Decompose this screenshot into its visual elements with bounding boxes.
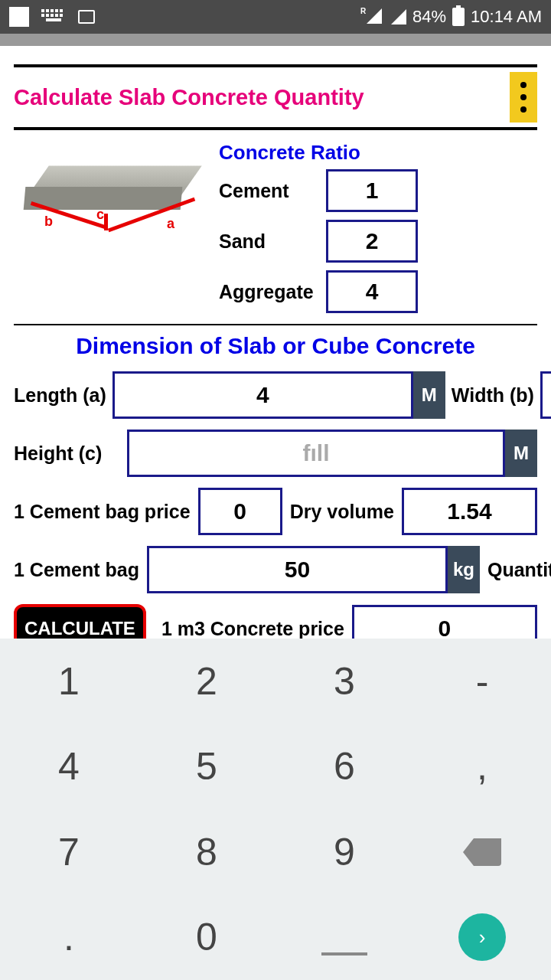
key-space[interactable] <box>276 895 413 981</box>
backspace-icon <box>463 838 501 866</box>
length-input[interactable] <box>112 371 413 419</box>
bag-price-label: 1 Cement bag price <box>14 501 191 523</box>
key-2[interactable]: 2 <box>138 639 276 724</box>
key-5[interactable]: 5 <box>138 724 276 810</box>
key-minus[interactable]: - <box>413 639 551 724</box>
battery-icon <box>452 8 465 26</box>
width-label: Width (b) <box>452 384 534 407</box>
slab-diagram: a b c <box>14 141 205 256</box>
diagram-label-a: a <box>167 216 174 232</box>
signal-icon <box>391 9 406 24</box>
height-unit[interactable]: M <box>505 430 537 477</box>
key-9[interactable]: 9 <box>276 809 413 895</box>
cement-input[interactable] <box>326 169 418 212</box>
divider <box>0 34 551 46</box>
sand-input[interactable] <box>326 220 418 263</box>
key-4[interactable]: 4 <box>0 724 138 810</box>
aggregate-label: Aggregate <box>219 281 326 303</box>
key-1[interactable]: 1 <box>0 639 138 724</box>
image-status-icon <box>78 10 95 24</box>
header-row: Calculate Slab Concrete Quantity <box>14 64 537 130</box>
clock-time: 10:14 AM <box>471 7 542 27</box>
bag-weight-unit[interactable]: kg <box>448 546 480 593</box>
key-8[interactable]: 8 <box>138 809 276 895</box>
bag-weight-label: 1 Cement bag <box>14 559 139 581</box>
dimension-heading: Dimension of Slab or Cube Concrete <box>14 333 537 359</box>
ratio-section: a b c Concrete Ratio Cement Sand Aggrega… <box>14 130 537 325</box>
page-title: Calculate Slab Concrete Quantity <box>14 85 364 110</box>
bag-price-input[interactable] <box>198 488 282 535</box>
keyboard-status-icon <box>41 9 66 24</box>
dry-volume-input[interactable] <box>402 488 537 535</box>
quantity-label: Quantity (nos) <box>487 559 551 581</box>
height-input[interactable] <box>127 430 505 477</box>
key-next[interactable]: › <box>413 895 551 981</box>
key-3[interactable]: 3 <box>276 639 413 724</box>
next-icon: › <box>458 913 506 961</box>
height-label: Height (c) <box>14 443 121 465</box>
numeric-keypad: 1 2 3 - 4 5 6 , 7 8 9 . 0 › <box>0 639 551 980</box>
length-unit[interactable]: M <box>413 371 445 419</box>
key-backspace[interactable] <box>413 809 551 895</box>
key-0[interactable]: 0 <box>138 895 276 981</box>
overflow-menu-button[interactable] <box>510 72 537 122</box>
dry-volume-label: Dry volume <box>290 501 394 523</box>
sand-label: Sand <box>219 230 326 253</box>
aggregate-input[interactable] <box>326 270 418 313</box>
bag-weight-input[interactable] <box>147 546 448 593</box>
width-input[interactable] <box>540 371 551 419</box>
cement-label: Cement <box>219 180 326 202</box>
app-content: Calculate Slab Concrete Quantity a b c C… <box>0 46 551 676</box>
m3-price-label: 1 m3 Concrete price <box>161 618 344 640</box>
app-square-icon <box>9 7 29 27</box>
ratio-heading: Concrete Ratio <box>219 141 537 165</box>
battery-percent: 84% <box>412 7 446 27</box>
signal-roaming-icon: R <box>367 8 385 25</box>
key-dot[interactable]: . <box>0 895 138 981</box>
diagram-label-b: b <box>44 214 53 230</box>
key-comma[interactable]: , <box>413 724 551 810</box>
status-bar: R 84% 10:14 AM <box>0 0 551 34</box>
diagram-label-c: c <box>96 207 104 223</box>
key-7[interactable]: 7 <box>0 809 138 895</box>
key-6[interactable]: 6 <box>276 724 413 810</box>
length-label: Length (a) <box>14 384 106 407</box>
